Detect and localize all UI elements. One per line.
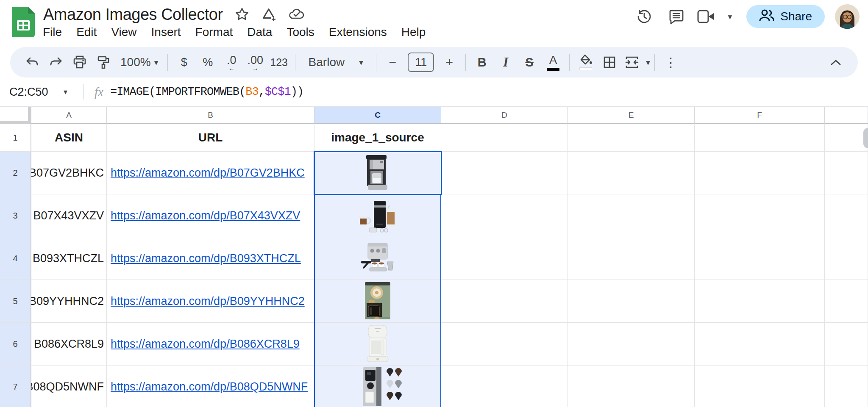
cell-f3[interactable] (695, 194, 825, 237)
cell-b1[interactable]: URL (107, 124, 314, 152)
cell-b2[interactable]: https://amazon.com/dp/B07GV2BHKC (107, 152, 314, 194)
cell-c3[interactable] (314, 194, 441, 237)
cell-b3[interactable]: https://amazon.com/dp/B07X43VXZV (107, 194, 314, 237)
cell-b5[interactable]: https://amazon.com/dp/B09YYHHNC2 (107, 280, 314, 323)
merge-cells-button[interactable] (621, 50, 643, 74)
cell-b7[interactable]: https://amazon.com/dp/B08QD5NWNF (107, 365, 314, 407)
menu-data[interactable]: Data (240, 24, 279, 41)
row-header-3[interactable]: 3 (0, 194, 31, 237)
cell-c7[interactable] (314, 365, 441, 407)
column-header-c[interactable]: C (314, 107, 441, 124)
cell-f5[interactable] (695, 280, 825, 323)
font-dropdown[interactable]: Barlow ▾ (300, 50, 372, 74)
menu-tools[interactable]: Tools (279, 24, 321, 41)
bold-button[interactable]: B (470, 50, 494, 74)
row-header-7[interactable]: 7 (0, 365, 31, 407)
cell-c6[interactable] (314, 323, 441, 365)
cell-d1[interactable] (441, 124, 568, 152)
doc-title[interactable]: Amazon Images Collector (43, 6, 223, 24)
redo-button[interactable] (44, 50, 68, 74)
cell-e2[interactable] (568, 152, 695, 194)
column-header-d[interactable]: D (441, 107, 568, 124)
cell-a5[interactable]: B09YYHHNC2 (31, 280, 107, 323)
url-link[interactable]: https://amazon.com/dp/B093XTHCZL (111, 252, 301, 265)
cell-c1[interactable]: image_1_source (314, 124, 441, 152)
formula-input[interactable]: =IMAGE(IMPORTFROMWEB(B3,$C$1)) (110, 86, 303, 98)
comments-icon[interactable] (663, 3, 690, 30)
url-link[interactable]: https://amazon.com/dp/B08QD5NWNF (111, 380, 308, 393)
menu-file[interactable]: File (36, 24, 69, 41)
row-header-6[interactable]: 6 (0, 323, 31, 365)
more-toolbar-button[interactable]: ⋮ (659, 50, 683, 74)
vertical-scrollbar[interactable] (863, 128, 868, 148)
cell-e3[interactable] (568, 194, 695, 237)
menu-format[interactable]: Format (188, 24, 240, 41)
sheets-logo-icon[interactable] (12, 7, 35, 39)
italic-button[interactable]: I (494, 50, 517, 74)
format-currency-button[interactable]: $ (172, 50, 196, 74)
column-header-partial[interactable] (825, 107, 868, 124)
borders-button[interactable] (598, 50, 621, 74)
cell-b4[interactable]: https://amazon.com/dp/B093XTHCZL (107, 237, 314, 280)
menu-extensions[interactable]: Extensions (322, 24, 394, 41)
cell-c2[interactable] (314, 152, 441, 194)
cell-e5[interactable] (568, 280, 695, 323)
cloud-saved-icon[interactable] (288, 7, 305, 22)
cell-g5[interactable] (825, 280, 868, 323)
column-header-e[interactable]: E (568, 107, 695, 124)
column-header-f[interactable]: F (695, 107, 825, 124)
row-header-4[interactable]: 4 (0, 237, 31, 280)
cell-g3[interactable] (825, 194, 868, 237)
print-button[interactable] (68, 50, 92, 74)
column-header-a[interactable]: A (31, 107, 107, 124)
cell-a1[interactable]: ASIN (31, 124, 107, 152)
select-all-corner[interactable] (0, 107, 31, 124)
cell-e1[interactable] (568, 124, 695, 152)
increase-decimal-button[interactable]: .00→ (243, 50, 267, 74)
cell-f1[interactable] (695, 124, 825, 152)
cell-d6[interactable] (441, 323, 568, 365)
cell-e4[interactable] (568, 237, 695, 280)
url-link[interactable]: https://amazon.com/dp/B086XCR8L9 (111, 338, 300, 351)
row-header-1[interactable]: 1 (0, 124, 31, 152)
star-icon[interactable] (235, 7, 249, 22)
more-formats-button[interactable]: 123 (267, 50, 291, 74)
column-header-b[interactable]: B (107, 107, 314, 124)
url-link[interactable]: https://amazon.com/dp/B07X43VXZV (111, 209, 300, 222)
meet-video-icon[interactable] (696, 3, 717, 30)
cell-f7[interactable] (695, 365, 825, 407)
cell-g1[interactable] (825, 124, 868, 152)
cell-g6[interactable] (825, 323, 868, 365)
merge-dropdown-icon[interactable]: ▾ (646, 58, 650, 67)
avatar[interactable] (835, 4, 860, 29)
cell-d2[interactable] (441, 152, 568, 194)
cell-f2[interactable] (695, 152, 825, 194)
decrease-font-size-button[interactable]: − (381, 50, 404, 74)
url-link[interactable]: https://amazon.com/dp/B07GV2BHKC (111, 166, 305, 180)
cell-a4[interactable]: B093XTHCZL (31, 237, 107, 280)
move-icon[interactable] (261, 7, 276, 22)
cell-e6[interactable] (568, 323, 695, 365)
name-box[interactable]: C2:C50 (0, 86, 64, 99)
meet-dropdown-icon[interactable]: ▾ (723, 3, 737, 30)
cell-a6[interactable]: B086XCR8L9 (31, 323, 107, 365)
decrease-decimal-button[interactable]: .0← (220, 50, 243, 74)
share-button[interactable]: Share (746, 5, 825, 28)
row-header-2[interactable]: 2 (0, 152, 31, 194)
row-header-5[interactable]: 5 (0, 280, 31, 323)
cell-a2[interactable]: B07GV2BHKC (31, 152, 107, 194)
cell-f4[interactable] (695, 237, 825, 280)
increase-font-size-button[interactable]: + (437, 50, 461, 74)
cell-f6[interactable] (695, 323, 825, 365)
undo-button[interactable] (20, 50, 44, 74)
url-link[interactable]: https://amazon.com/dp/B09YYHHNC2 (111, 295, 305, 308)
menu-edit[interactable]: Edit (69, 24, 104, 41)
cell-d7[interactable] (441, 365, 568, 407)
cell-b6[interactable]: https://amazon.com/dp/B086XCR8L9 (107, 323, 314, 365)
cell-c4[interactable] (314, 237, 441, 280)
name-box-dropdown-icon[interactable]: ▾ (64, 87, 83, 97)
collapse-toolbar-icon[interactable] (824, 50, 848, 74)
cell-e7[interactable] (568, 365, 695, 407)
menu-view[interactable]: View (104, 24, 144, 41)
cell-a7[interactable]: B08QD5NWNF (31, 365, 107, 407)
